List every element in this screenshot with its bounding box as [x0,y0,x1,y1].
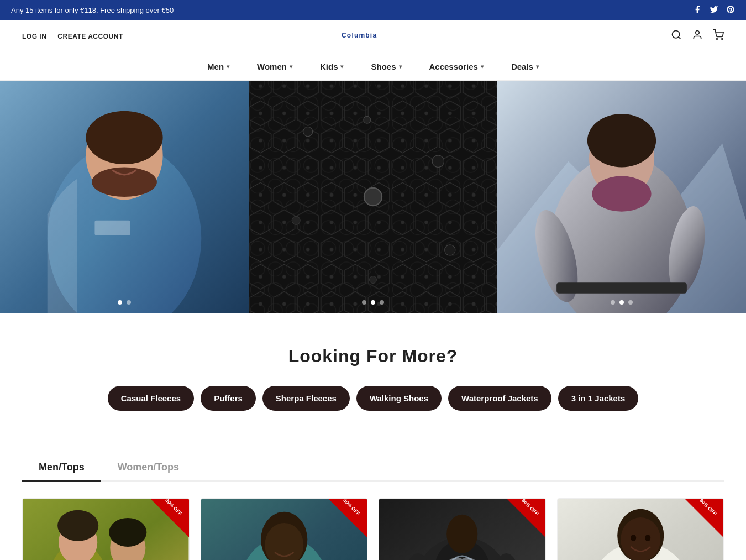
category-pills: Casual Fleeces Puffers Sherpa Fleeces Wa… [22,386,724,411]
twitter-icon[interactable] [710,5,718,15]
pill-waterproof-jackets[interactable]: Waterproof Jackets [448,386,551,411]
svg-point-3 [696,31,700,35]
svg-point-60 [631,535,636,541]
nav-item-accessories[interactable]: Accessories ▾ [418,56,495,77]
svg-point-20 [432,155,444,167]
main-nav: Men ▾ Women ▾ Kids ▾ Shoes ▾ Accessories… [0,53,746,81]
chevron-down-icon-deals: ▾ [536,64,539,70]
svg-point-19 [364,116,371,123]
svg-rect-33 [556,282,687,293]
product-grid: 80% OFF [0,498,746,560]
svg-point-29 [587,114,656,167]
svg-text:Columbia: Columbia [342,32,377,39]
svg-point-1 [673,31,680,38]
nav-item-shoes[interactable]: Shoes ▾ [360,56,412,77]
slider-dot-1[interactable] [118,300,122,305]
discount-text-4: 80% OFF [696,499,720,519]
discount-ribbon-1: 80% OFF [150,499,189,537]
svg-point-21 [292,216,300,224]
nav-label-accessories: Accessories [429,62,478,71]
hero-person-left [0,81,249,313]
discount-ribbon-3: 80% OFF [507,499,545,537]
slider-dot-right-1[interactable] [611,300,615,305]
nav-label-deals: Deals [511,62,533,71]
hero-slider-dots-left [118,300,131,305]
slider-dot-center-1[interactable] [362,300,366,305]
pill-3-in-1-jackets[interactable]: 3 in 1 Jackets [558,386,639,411]
looking-more-section: Looking For More? Casual Fleeces Puffers… [0,313,746,455]
header-right [671,29,724,43]
pill-casual-fleeces[interactable]: Casual Fleeces [108,386,194,411]
tab-women-tops[interactable]: Women/Tops [101,455,196,482]
announcement-text: Any 15 items for only €118. Free shippin… [11,6,174,14]
nav-label-women: Women [257,62,287,71]
cart-icon[interactable] [713,29,724,43]
svg-point-40 [109,518,146,547]
nav-label-men: Men [207,62,224,71]
svg-point-23 [370,276,377,284]
svg-point-22 [445,245,455,255]
header-left: LOG IN CREATE ACCOUNT [22,33,123,40]
nav-item-kids[interactable]: Kids ▾ [309,56,355,77]
tabs-section: Men/Tops Women/Tops [0,455,746,482]
product-card-2[interactable]: 80% OFF [201,498,368,560]
looking-more-heading: Looking For More? [22,346,724,367]
hero-slider-dots-center [362,300,384,305]
slider-dot-2[interactable] [127,300,131,305]
tab-men-tops[interactable]: Men/Tops [22,455,101,482]
slider-dot-center-3[interactable] [380,300,384,305]
svg-point-30 [592,176,651,212]
chevron-down-icon-women: ▾ [290,64,292,70]
slider-dot-center-2[interactable] [371,300,375,305]
search-icon[interactable] [671,29,682,43]
product-card-4[interactable]: 80% OFF [557,498,724,560]
hero-panel-center[interactable] [249,81,497,313]
hero-slider-dots-right [611,300,633,305]
svg-point-5 [722,39,723,40]
svg-line-2 [679,37,681,39]
discount-text-3: 80% OFF [518,499,542,519]
svg-point-18 [303,127,313,137]
social-icons [693,5,735,15]
facebook-icon[interactable] [693,5,702,15]
svg-point-59 [621,517,660,560]
discount-ribbon-4: 80% OFF [685,499,723,537]
hero-banner [0,81,746,313]
slider-dot-right-2[interactable] [619,300,624,305]
account-icon[interactable] [692,29,703,43]
product-card-1[interactable]: 80% OFF [22,498,190,560]
discount-text-1: 80% OFF [161,499,185,519]
svg-point-24 [364,188,382,206]
nav-label-kids: Kids [320,62,338,71]
svg-rect-11 [94,221,130,235]
header: LOG IN CREATE ACCOUNT Columbia [0,20,746,53]
chevron-down-icon-accessories: ▾ [481,64,484,70]
nav-label-shoes: Shoes [371,62,396,71]
login-link[interactable]: LOG IN [22,33,46,40]
pinterest-icon[interactable] [726,5,735,15]
product-card-3[interactable]: 80% OFF [379,498,546,560]
site-logo[interactable]: Columbia [340,27,406,46]
chevron-down-icon-men: ▾ [227,64,229,70]
nav-item-men[interactable]: Men ▾ [196,56,240,77]
product-tabs: Men/Tops Women/Tops [22,455,724,482]
slider-dot-right-3[interactable] [628,300,633,305]
nav-item-deals[interactable]: Deals ▾ [500,56,550,77]
create-account-link[interactable]: CREATE ACCOUNT [57,33,123,40]
svg-point-4 [717,39,718,40]
pill-sherpa-fleeces[interactable]: Sherpa Fleeces [262,386,350,411]
hero-panel-left[interactable] [0,81,249,313]
pill-puffers[interactable]: Puffers [201,386,256,411]
svg-point-37 [57,510,98,541]
discount-ribbon-2: 80% OFF [328,499,367,537]
discount-text-2: 80% OFF [340,499,364,519]
pill-walking-shoes[interactable]: Walking Shoes [356,386,442,411]
nav-item-women[interactable]: Women ▾ [246,56,303,77]
svg-point-9 [86,111,162,164]
announcement-bar: Any 15 items for only €118. Free shippin… [0,0,746,20]
chevron-down-icon-kids: ▾ [340,64,343,70]
svg-point-10 [92,167,157,197]
hero-panel-right[interactable] [497,81,746,313]
chevron-down-icon-shoes: ▾ [399,64,402,70]
svg-point-52 [446,515,477,553]
